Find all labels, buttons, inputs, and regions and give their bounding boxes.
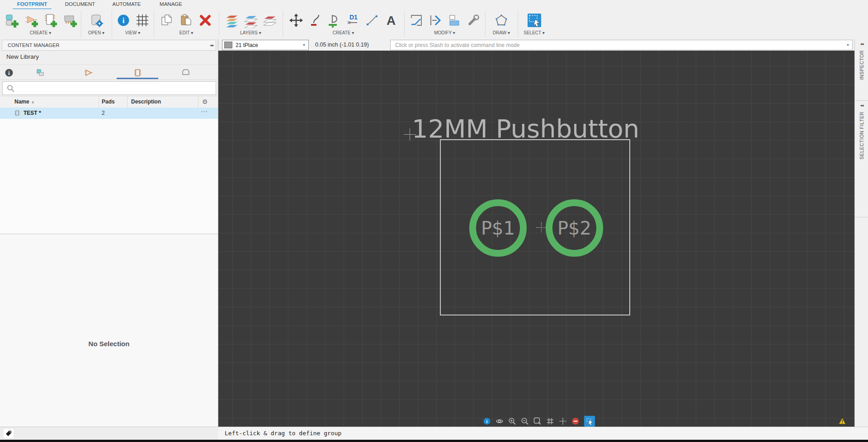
toolbar-group-label-view[interactable]: VIEW ▾ — [125, 30, 140, 35]
toolbar-group-label-edit[interactable]: EDIT ▾ — [179, 30, 193, 35]
content-manager-header[interactable]: CONTENT MANAGER ◂◂ — [2, 40, 216, 51]
open-library-icon[interactable] — [89, 13, 104, 28]
toolbar-group-select: SELECT ▾ — [518, 10, 551, 38]
line-icon[interactable] — [364, 13, 380, 28]
new-footprint-icon[interactable] — [42, 13, 58, 28]
row-pads: 2 — [102, 110, 105, 116]
toolbar-group-label-select[interactable]: SELECT ▾ — [524, 30, 545, 35]
zoom-in-icon[interactable] — [508, 417, 516, 425]
device-tab-icon[interactable] — [35, 68, 45, 78]
layer-colors-icon[interactable] — [224, 13, 240, 28]
bottom-strip — [0, 440, 868, 442]
information-icon[interactable]: i — [483, 417, 491, 425]
delete-icon[interactable] — [198, 13, 213, 28]
remove-icon[interactable] — [571, 417, 580, 425]
preview-pane: No Selection — [0, 234, 218, 427]
move-icon[interactable] — [288, 13, 304, 28]
pad-p1[interactable]: P$1 — [469, 199, 527, 257]
toolbar-group-label-create[interactable]: CREATE ▾ — [30, 30, 52, 35]
app-tab-bar: FOOTPRINT DOCUMENT AUTOMATE MANAGE — [0, 0, 868, 9]
toolbar-group-label-modify[interactable]: MODIFY ▾ — [434, 30, 455, 35]
active-tab-underline — [117, 78, 158, 79]
inspector-panel-collapsed[interactable]: ◂◂ INSPECTOR — [855, 39, 868, 101]
svg-text:i: i — [122, 16, 124, 25]
footprint-icon — [14, 109, 21, 117]
text-icon[interactable]: A — [383, 13, 399, 28]
zoom-fit-icon[interactable] — [533, 417, 542, 425]
row-menu-button[interactable]: ··· — [201, 108, 208, 115]
row-name: TEST * — [24, 110, 41, 116]
selection-filter-panel-collapsed[interactable]: ◂◂ SELECTION FILTER — [855, 100, 868, 217]
command-input[interactable] — [394, 42, 844, 49]
box-select-icon[interactable] — [527, 13, 542, 28]
chevron-down-icon: ▼ — [300, 43, 308, 47]
symbol-tab-icon[interactable] — [84, 68, 94, 78]
cursor-icon — [586, 418, 593, 425]
collapse-panel-icon[interactable]: ◂◂ — [207, 43, 216, 47]
package3d-tab-icon[interactable] — [181, 68, 191, 78]
gear-icon[interactable]: ⚙ — [202, 98, 208, 105]
route-icon[interactable] — [307, 13, 323, 28]
toolbar-group-label-open[interactable]: OPEN ▾ — [88, 30, 104, 35]
eye-icon[interactable] — [495, 417, 504, 425]
zoom-out-icon[interactable] — [521, 417, 529, 425]
tab-document[interactable]: DOCUMENT — [65, 1, 95, 7]
sort-ascending-icon: ∧ — [32, 100, 34, 104]
tab-automate[interactable]: AUTOMATE — [113, 1, 141, 7]
tab-footprint[interactable]: FOOTPRINT — [17, 1, 47, 7]
command-line[interactable]: ▼ — [390, 40, 853, 50]
toolbar-group-modify: MODIFY ▾ — [404, 10, 486, 38]
expand-panel-icon[interactable]: ◂◂ — [857, 42, 866, 46]
footprint-tab-icon[interactable] — [132, 68, 142, 78]
library-name: New Library — [6, 53, 39, 60]
name-icon[interactable]: D1 — [345, 13, 361, 28]
layer-dropdown[interactable]: 21 tPlace ▼ — [222, 40, 309, 50]
search-input[interactable] — [17, 83, 216, 94]
column-header-description[interactable]: Description — [131, 99, 161, 105]
pad-icon[interactable] — [326, 13, 342, 28]
align-icon[interactable] — [447, 13, 462, 28]
toolbar-group-label-draw[interactable]: DRAW ▾ — [493, 30, 510, 35]
panel-title: CONTENT MANAGER — [2, 42, 207, 48]
direction-icon[interactable] — [428, 13, 443, 28]
content-manager-tabs: i — [0, 66, 218, 80]
footprint-origin-marker — [541, 222, 542, 232]
column-header-name[interactable]: Name∧ — [14, 99, 34, 105]
table-row[interactable]: TEST * 2 ··· — [0, 108, 218, 119]
toolbar-group-edit: EDIT ▾ — [154, 10, 219, 38]
tag-button[interactable] — [4, 429, 14, 438]
chevron-down-icon[interactable]: ▼ — [844, 43, 852, 47]
coordinates-readout: 0.05 inch (-1.01 0.19) — [315, 39, 369, 51]
layer-visibility-icon[interactable] — [243, 13, 259, 28]
new-3d-model-icon[interactable] — [61, 13, 77, 28]
new-device-icon[interactable] — [5, 13, 20, 28]
status-message: Left-click & drag to define group — [218, 427, 868, 440]
paste-icon[interactable] — [179, 13, 194, 28]
canvas[interactable]: 12MM Pushbutton P$1 P$2 i — [218, 51, 854, 427]
toolbar-group-label-layers[interactable]: LAYERS ▾ — [240, 30, 261, 35]
miter-icon[interactable] — [409, 13, 424, 28]
pad-p2[interactable]: P$2 — [546, 199, 603, 257]
column-header-pads[interactable]: Pads — [102, 99, 115, 105]
copy-icon[interactable] — [160, 13, 175, 28]
box-select-icon[interactable] — [584, 416, 595, 427]
expand-panel-icon[interactable]: ◂◂ — [857, 103, 866, 108]
selection-filter-label: SELECTION FILTER — [859, 112, 864, 160]
grid-toggle-icon[interactable] — [546, 417, 554, 425]
toolbar-group-label-create2[interactable]: CREATE ▾ — [333, 30, 354, 35]
info-tab-icon[interactable]: i — [4, 68, 14, 78]
origin-icon[interactable] — [559, 417, 567, 425]
inspector-label: INSPECTOR — [859, 50, 864, 80]
search-box[interactable] — [2, 81, 216, 95]
layer-stack-icon[interactable] — [262, 13, 278, 28]
status-bar-message-area: Left-click & drag to define group — [218, 427, 868, 440]
table-body[interactable] — [0, 119, 218, 234]
grid-icon[interactable] — [135, 13, 150, 28]
wrench-icon[interactable] — [466, 13, 481, 28]
tab-manage[interactable]: MANAGE — [160, 1, 182, 7]
information-icon[interactable]: i — [116, 13, 131, 28]
new-symbol-icon[interactable] — [24, 13, 39, 28]
polygon-icon[interactable] — [494, 13, 509, 28]
right-rail: ◂◂ INSPECTOR ◂◂ SELECTION FILTER — [854, 39, 868, 427]
warning-icon[interactable] — [839, 418, 846, 425]
